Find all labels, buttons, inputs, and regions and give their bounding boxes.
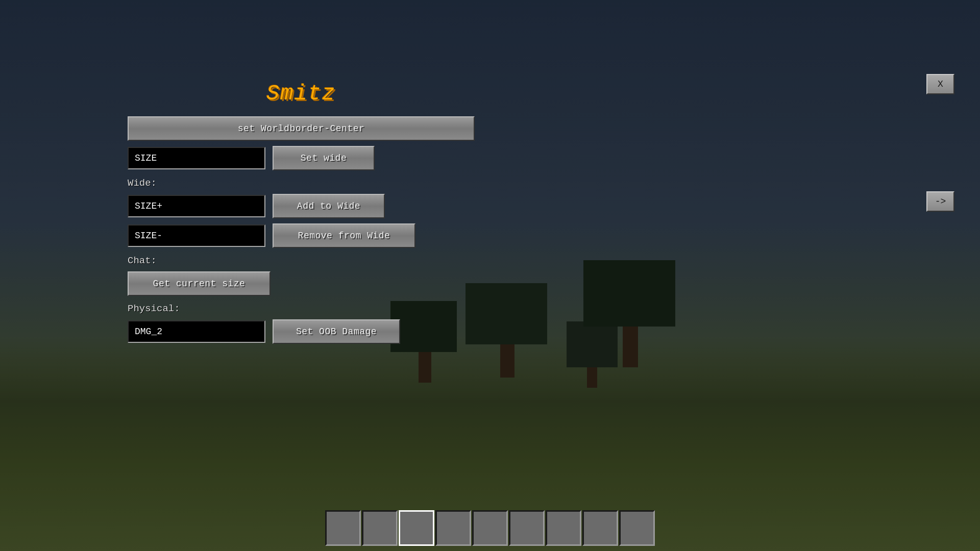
size-plus-input[interactable] (128, 195, 265, 217)
dmg-input[interactable] (128, 320, 265, 343)
dmg-row: Set OOB Damage (128, 319, 475, 344)
hotbar-slot-2[interactable] (362, 510, 398, 546)
hotbar-slot-5[interactable] (472, 510, 508, 546)
hotbar-slot-6[interactable] (509, 510, 545, 546)
size-minus-input[interactable] (128, 224, 265, 247)
get-current-size-button[interactable]: Get current size (128, 271, 271, 296)
hotbar-slot-1[interactable] (325, 510, 361, 546)
wide-label: Wide: (128, 178, 475, 189)
ui-panel: Smitz set Worldborder-Center Set wide Wi… (128, 82, 475, 344)
set-oob-damage-button[interactable]: Set OOB Damage (273, 319, 400, 344)
size-input[interactable] (128, 147, 265, 169)
set-wide-button[interactable]: Set wide (273, 146, 375, 170)
set-worldborder-center-button[interactable]: set Worldborder-Center (128, 116, 475, 141)
physical-label: Physical: (128, 303, 475, 314)
page-title: Smitz (128, 82, 475, 106)
hotbar-slot-3[interactable] (399, 510, 434, 546)
hotbar (325, 510, 655, 546)
size-plus-row: Add to Wide (128, 194, 475, 218)
arrow-button[interactable]: -> (926, 191, 954, 212)
chat-label: Chat: (128, 255, 475, 266)
size-row: Set wide (128, 146, 475, 170)
add-to-wide-button[interactable]: Add to Wide (273, 194, 385, 218)
hotbar-slot-4[interactable] (435, 510, 471, 546)
hotbar-slot-9[interactable] (619, 510, 655, 546)
size-minus-row: Remove from Wide (128, 223, 475, 248)
hotbar-slot-8[interactable] (582, 510, 618, 546)
hotbar-slot-7[interactable] (546, 510, 581, 546)
close-button[interactable]: X (926, 74, 954, 94)
remove-from-wide-button[interactable]: Remove from Wide (273, 223, 415, 248)
